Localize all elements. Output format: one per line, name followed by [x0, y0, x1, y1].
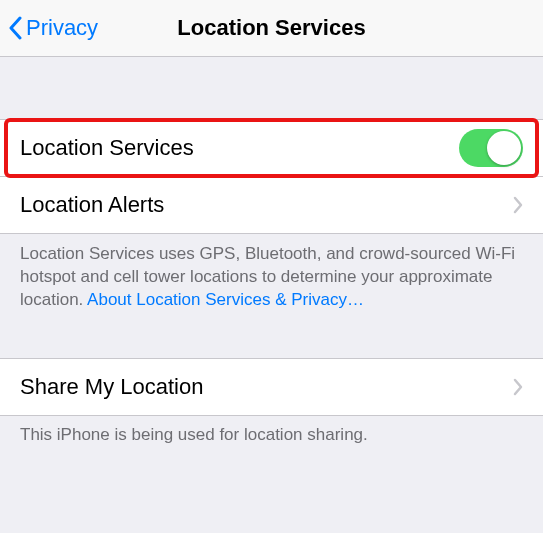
footer-text: This iPhone is being used for location s…	[20, 425, 368, 444]
back-button[interactable]: Privacy	[8, 15, 98, 41]
row-share-location[interactable]: Share My Location	[0, 358, 543, 416]
section-spacer	[0, 326, 543, 358]
navbar: Privacy Location Services	[0, 0, 543, 57]
toggle-knob	[487, 131, 521, 165]
chevron-right-icon	[513, 378, 523, 396]
row-location-services[interactable]: Location Services	[0, 119, 543, 177]
section-spacer	[0, 57, 543, 119]
about-privacy-link[interactable]: About Location Services & Privacy…	[87, 290, 364, 309]
section-footer-location: Location Services uses GPS, Bluetooth, a…	[0, 233, 543, 326]
chevron-left-icon	[8, 16, 22, 40]
back-label: Privacy	[26, 15, 98, 41]
row-location-alerts[interactable]: Location Alerts	[0, 176, 543, 234]
section-footer-share: This iPhone is being used for location s…	[0, 415, 543, 459]
row-label: Location Services	[20, 135, 194, 161]
location-services-toggle[interactable]	[459, 129, 523, 167]
chevron-right-icon	[513, 196, 523, 214]
row-label: Share My Location	[20, 374, 203, 400]
row-label: Location Alerts	[20, 192, 164, 218]
